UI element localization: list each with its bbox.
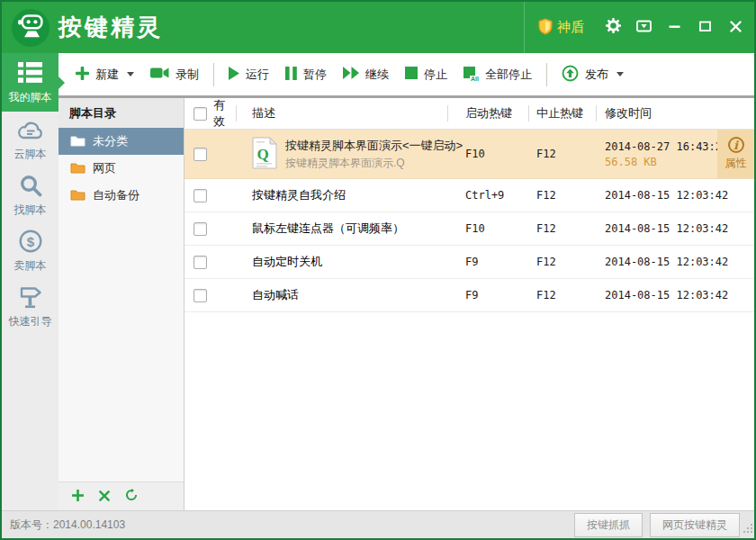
sidebar-item-label: 我的脚本 (9, 90, 52, 105)
folder-panel: 脚本目录 未分类 (58, 98, 184, 510)
x-icon (99, 489, 110, 505)
record-button[interactable]: 录制 (142, 61, 207, 88)
table-header: 有效 描述 启动热键 中止热键 修改时间 (184, 98, 754, 130)
sidebar-item-my-scripts[interactable]: 我的脚本 (2, 53, 58, 112)
header-valid: 有效 (213, 97, 236, 130)
run-button[interactable]: 运行 (220, 61, 277, 88)
row-checkbox[interactable] (194, 289, 207, 302)
add-folder-button[interactable] (72, 489, 84, 505)
row-abort-hotkey: F12 (528, 130, 596, 178)
web-quickmacro-button[interactable]: 网页按键精灵 (650, 513, 740, 537)
list-icon (18, 60, 42, 86)
row-checkbox[interactable] (194, 189, 207, 202)
folder-item-uncategorized[interactable]: 未分类 (58, 128, 184, 155)
row-modified: 2014-08-15 12:03:42 (596, 279, 754, 311)
header-modified: 修改时间 (596, 98, 754, 129)
search-icon (19, 173, 42, 198)
properties-label: 属性 (725, 156, 747, 171)
row-checkbox[interactable] (194, 222, 207, 236)
sidebar-item-sell-scripts[interactable]: $ 卖脚本 (2, 223, 58, 279)
close-icon (730, 20, 742, 36)
folder-actions (58, 482, 184, 510)
svg-text:Q: Q (256, 146, 268, 163)
folder-label: 未分类 (93, 133, 128, 149)
caret-down-icon (127, 72, 134, 76)
titlebar: 按键精灵 神盾 (2, 2, 754, 53)
row-checkbox[interactable] (194, 256, 207, 269)
row-abort-hotkey: F12 (528, 212, 596, 245)
tray-icon (636, 20, 652, 36)
script-table: 有效 描述 启动热键 中止热键 修改时间 (184, 98, 754, 510)
row-modified: 2014-08-15 12:03:42 (596, 212, 754, 245)
folder-item-auto-backup[interactable]: 自动备份 (58, 182, 184, 209)
delete-folder-button[interactable] (99, 489, 110, 505)
folder-item-webpage[interactable]: 网页 (58, 155, 184, 182)
row-modified: 2014-08-15 12:03:42 (596, 179, 754, 212)
refresh-icon (125, 489, 138, 505)
toolbar-divider (213, 63, 214, 86)
table-row[interactable]: Q 按键精灵脚本界面演示<一键启动> 按键精灵脚本界面演示.Q F10 F12 (184, 130, 754, 179)
run-label: 运行 (246, 67, 269, 83)
script-file-icon: Q (252, 137, 277, 172)
play-icon (229, 67, 239, 83)
app-logo (12, 9, 50, 47)
pause-button[interactable]: 暂停 (277, 61, 335, 88)
stop-label: 停止 (424, 67, 447, 83)
sidebar-item-label: 云脚本 (14, 147, 47, 162)
gear-icon (606, 18, 621, 37)
info-icon: i (728, 137, 744, 153)
minimize-icon (669, 20, 680, 36)
new-button[interactable]: 新建 (68, 61, 142, 88)
resize-grip[interactable] (743, 521, 753, 537)
titlebar-controls: 神盾 (524, 2, 754, 53)
row-modified: 2014-08-15 12:03:42 (596, 246, 754, 278)
continue-button[interactable]: 继续 (335, 61, 397, 88)
row-title: 按键精灵自我介绍 (236, 179, 447, 212)
svg-text:$: $ (26, 234, 34, 249)
folder-icon (70, 188, 86, 203)
row-title: 按键精灵脚本界面演示<一键启动> (285, 138, 447, 154)
table-row[interactable]: 自动定时关机 F9 F12 2014-08-15 12:03:42 (184, 246, 754, 279)
table-row[interactable]: 按键精灵自我介绍 Ctrl+9 F12 2014-08-15 12:03:42 (184, 179, 754, 212)
table-row[interactable]: 自动喊话 F9 F12 2014-08-15 12:03:42 (184, 279, 754, 312)
stop-all-label: 全部停止 (485, 67, 532, 83)
signpost-icon (18, 284, 43, 310)
row-title: 自动喊话 (236, 279, 447, 311)
sidebar-item-cloud-scripts[interactable]: 云脚本 (2, 112, 58, 167)
publish-icon (562, 65, 579, 85)
app-title: 按键精灵 (58, 12, 163, 43)
settings-button[interactable] (598, 2, 628, 53)
sidebar-item-find-scripts[interactable]: 找脚本 (2, 167, 58, 223)
minimize-button[interactable] (659, 2, 689, 53)
row-start-hotkey: Ctrl+9 (447, 179, 528, 212)
sidebar-item-quick-guide[interactable]: 快速引导 (2, 279, 58, 335)
publish-button[interactable]: 发布 (554, 59, 632, 90)
toolbar-divider (546, 63, 547, 86)
stop-all-button[interactable]: All 全部停止 (455, 61, 540, 88)
properties-button[interactable]: i 属性 (717, 130, 754, 178)
pause-icon (285, 67, 297, 83)
close-button[interactable] (720, 2, 751, 53)
folder-label: 自动备份 (93, 187, 140, 203)
folder-label: 网页 (93, 160, 116, 176)
refresh-button[interactable] (125, 489, 138, 505)
sidebar-item-label: 卖脚本 (14, 258, 47, 274)
key-spy-button[interactable]: 按键抓抓 (574, 513, 643, 537)
row-file-size: 56.58 KB (605, 156, 728, 168)
stop-icon (405, 67, 418, 82)
statusbar-buttons: 按键抓抓 网页按键精灵 (574, 513, 740, 537)
robot-icon (15, 11, 46, 45)
pause-label: 暂停 (303, 67, 327, 83)
maximize-button[interactable] (689, 2, 720, 53)
minimize-to-tray-button[interactable] (628, 2, 659, 53)
row-start-hotkey: F10 (447, 212, 528, 245)
publish-label: 发布 (585, 67, 608, 83)
table-row[interactable]: 鼠标左键连点器（可调频率） F10 F12 2014-08-15 12:03:4… (184, 212, 754, 246)
select-all-checkbox[interactable] (194, 107, 207, 121)
row-checkbox[interactable] (194, 148, 207, 161)
stop-button[interactable]: 停止 (397, 61, 455, 88)
camera-icon (150, 67, 169, 82)
shield-button[interactable]: 神盾 (525, 18, 598, 38)
folder-icon (70, 161, 86, 176)
statusbar: 版本号：2014.00.14103 按键抓抓 网页按键精灵 (2, 510, 754, 538)
